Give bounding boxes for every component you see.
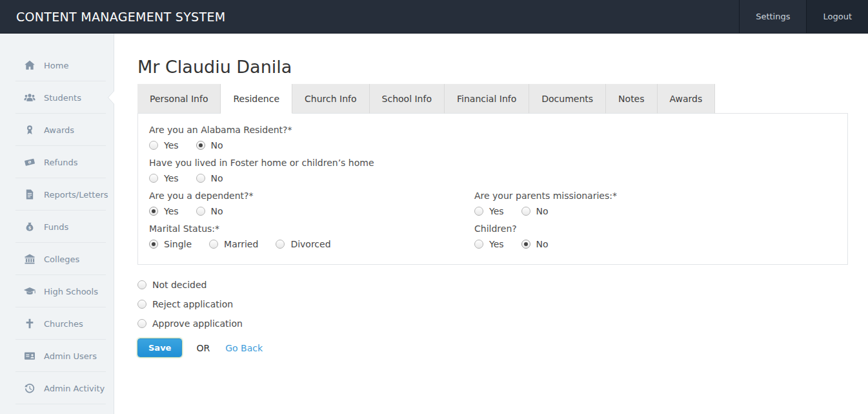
form-group-alabama-resident: Are you an Alabama Resident?* Yes No [149, 125, 836, 150]
tab-financial-info[interactable]: Financial Info [445, 84, 529, 114]
radio-label: Yes [164, 140, 179, 150]
radio-label: Approve application [152, 318, 243, 329]
radio-label: Reject application [152, 299, 233, 309]
form-group-parents-missionaries: Are your parents missionaries:* Yes No [474, 191, 836, 216]
radio-icon[interactable] [196, 207, 205, 216]
id-card-icon [23, 349, 36, 362]
radio-icon[interactable] [209, 240, 218, 249]
sidebar-menu: Home Students [0, 34, 114, 404]
sidebar-item-label: Admin Activity [44, 384, 105, 393]
radio-label: Not decided [152, 280, 207, 290]
form-group-marital-status: Marital Status:* Single Married Divorced [149, 223, 474, 249]
form-group-children: Children? Yes No [474, 223, 836, 249]
radio-label: Yes [489, 239, 504, 249]
radio-group-dependent: Yes No [149, 206, 474, 216]
radio-icon[interactable] [196, 174, 205, 183]
radio-option-no[interactable]: No [521, 206, 549, 216]
tab-awards[interactable]: Awards [658, 84, 716, 114]
tab-school-info[interactable]: School Info [370, 84, 445, 114]
radio-group-alabama: Yes No [149, 140, 836, 150]
sidebar-item-home[interactable]: Home [0, 49, 114, 81]
tabbar: Personal Info Residence Church Info Scho… [137, 84, 848, 114]
radio-icon[interactable] [276, 240, 285, 249]
sidebar-item-admin-activity[interactable]: Admin Activity [0, 372, 114, 404]
radio-option-approve-application[interactable]: Approve application [137, 318, 848, 329]
question-label: Marital Status:* [149, 223, 474, 234]
tab-residence[interactable]: Residence [221, 84, 292, 114]
form-actions: Save OR Go Back [137, 338, 848, 357]
radio-icon[interactable] [149, 240, 158, 249]
sidebar-item-label: Funds [44, 222, 68, 232]
radio-option-no[interactable]: No [196, 173, 223, 183]
active-item-notch-inner [108, 91, 114, 104]
radio-label: Yes [164, 173, 179, 183]
radio-option-divorced[interactable]: Divorced [276, 239, 330, 249]
award-icon [23, 123, 36, 136]
college-icon [23, 253, 36, 265]
logout-button[interactable]: Logout [806, 0, 868, 33]
graduation-cap-icon [23, 285, 36, 298]
sidebar-item-students[interactable]: Students [0, 81, 114, 114]
radio-icon[interactable] [149, 174, 158, 183]
radio-icon[interactable] [137, 319, 146, 328]
question-label: Are your parents missionaries:* [474, 191, 836, 201]
radio-icon[interactable] [521, 207, 530, 216]
application-decision-group: Not decided Reject application Approve a… [137, 280, 848, 329]
app-title: CONTENT MANAGEMENT SYSTEM [0, 10, 225, 24]
radio-icon[interactable] [149, 141, 158, 150]
sidebar-item-funds[interactable]: $ Funds [0, 211, 114, 243]
residence-form-panel: Are you an Alabama Resident?* Yes No Hav… [137, 113, 848, 265]
report-icon [23, 188, 36, 201]
radio-icon[interactable] [474, 207, 483, 216]
radio-label: Yes [164, 206, 179, 216]
radio-option-single[interactable]: Single [149, 239, 192, 249]
tab-documents[interactable]: Documents [529, 84, 606, 114]
sidebar-item-awards[interactable]: Awards [0, 114, 114, 146]
save-button[interactable]: Save [137, 338, 182, 357]
question-label: Are you a dependent?* [149, 191, 474, 201]
sidebar-item-high-schools[interactable]: High Schools [0, 275, 114, 307]
question-label: Have you lived in Foster home or childre… [149, 158, 836, 168]
tab-church-info[interactable]: Church Info [292, 84, 370, 114]
radio-option-no[interactable]: No [196, 206, 223, 216]
radio-option-yes[interactable]: Yes [149, 206, 179, 216]
sidebar-item-colleges[interactable]: Colleges [0, 243, 114, 275]
tab-notes[interactable]: Notes [606, 84, 657, 114]
history-clock-icon [23, 382, 36, 395]
radio-icon[interactable] [521, 240, 530, 249]
settings-button[interactable]: Settings [739, 0, 806, 33]
radio-option-yes[interactable]: Yes [149, 140, 179, 150]
sidebar-item-label: Awards [44, 125, 74, 135]
form-group-dependent: Are you a dependent?* Yes No [149, 191, 474, 216]
radio-option-not-decided[interactable]: Not decided [137, 280, 848, 290]
radio-icon[interactable] [137, 280, 146, 289]
radio-option-no[interactable]: No [196, 140, 223, 150]
sidebar-item-churches[interactable]: Churches [0, 307, 114, 340]
radio-group-missionaries: Yes No [474, 206, 836, 216]
go-back-link[interactable]: Go Back [225, 343, 263, 353]
form-row: Are you a dependent?* Yes No Are your pa… [149, 191, 836, 223]
radio-icon[interactable] [137, 300, 146, 309]
main-content: Mr Claudiu Danila Personal Info Residenc… [114, 34, 868, 414]
radio-icon[interactable] [149, 207, 158, 216]
radio-option-no[interactable]: No [521, 239, 549, 249]
radio-option-reject-application[interactable]: Reject application [137, 299, 848, 309]
radio-icon[interactable] [196, 141, 205, 150]
sidebar-item-label: Colleges [44, 254, 79, 264]
radio-label: No [536, 239, 549, 249]
radio-label: No [211, 173, 223, 183]
sidebar-item-reports-letters[interactable]: Reports/Letters [0, 178, 114, 211]
radio-option-yes[interactable]: Yes [474, 206, 504, 216]
radio-option-yes[interactable]: Yes [149, 173, 179, 183]
tab-personal-info[interactable]: Personal Info [137, 84, 221, 114]
sidebar-item-admin-users[interactable]: Admin Users [0, 340, 114, 372]
radio-label: No [211, 140, 223, 150]
sidebar-item-label: Refunds [44, 158, 78, 167]
form-row: Marital Status:* Single Married Divorced [149, 223, 836, 249]
sidebar-item-refunds[interactable]: $ Refunds [0, 146, 114, 178]
radio-option-married[interactable]: Married [209, 239, 258, 249]
radio-icon[interactable] [474, 240, 483, 249]
home-icon [23, 59, 36, 72]
question-label: Are you an Alabama Resident?* [149, 125, 836, 135]
radio-option-yes[interactable]: Yes [474, 239, 504, 249]
